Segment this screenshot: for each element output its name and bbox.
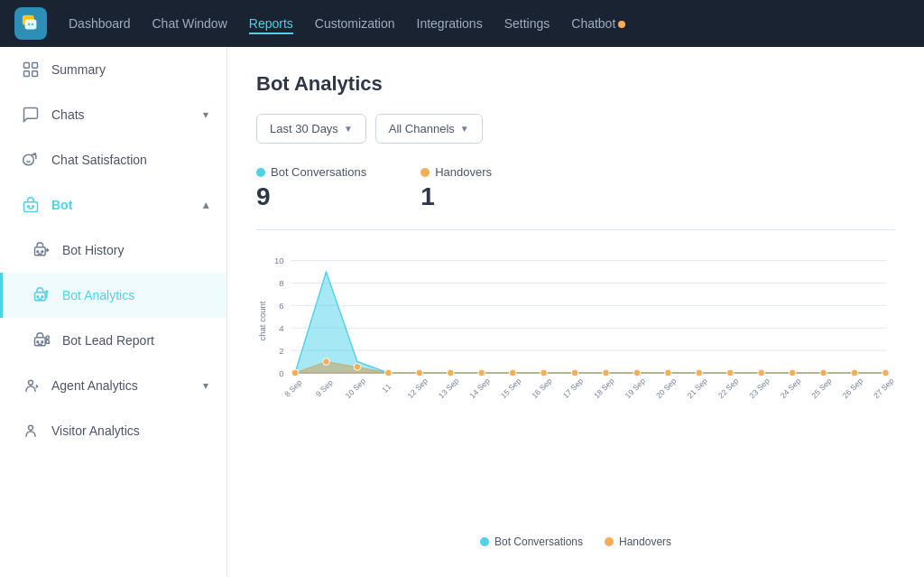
date-filter-button[interactable]: Last 30 Days ▼ [256, 114, 366, 144]
legend-handovers-label: Handovers [619, 535, 671, 548]
svg-point-50 [633, 369, 641, 377]
legend-conversations-label: Bot Conversations [494, 535, 583, 548]
chevron-down-icon-agent: ▾ [203, 379, 208, 392]
svg-point-16 [37, 296, 39, 298]
sidebar-item-summary[interactable]: Summary [0, 47, 226, 92]
svg-rect-7 [32, 71, 38, 77]
svg-point-58 [882, 369, 890, 377]
chats-icon [21, 105, 41, 125]
sidebar-label-satisfaction: Chat Satisfaction [51, 153, 147, 167]
svg-point-55 [789, 369, 796, 377]
stat-conversations-label: Bot Conversations [256, 165, 366, 179]
svg-text:27 Sep: 27 Sep [872, 377, 895, 401]
svg-point-46 [509, 369, 516, 377]
svg-point-19 [37, 341, 39, 343]
nav-chatbot[interactable]: Chatbot [571, 13, 625, 34]
nav-chat-window[interactable]: Chat Window [152, 13, 227, 34]
svg-point-51 [665, 369, 672, 377]
svg-text:16 Sep: 16 Sep [530, 377, 554, 401]
svg-text:22 Sep: 22 Sep [716, 377, 741, 401]
svg-point-10 [28, 206, 30, 208]
svg-text:4: 4 [279, 323, 284, 333]
chevron-down-icon: ▾ [203, 108, 208, 121]
svg-point-13 [37, 251, 39, 253]
nav-integrations[interactable]: Integrations [417, 13, 483, 34]
svg-point-14 [42, 251, 43, 253]
svg-text:19 Sep: 19 Sep [624, 377, 648, 401]
sidebar-label-bot-analytics: Bot Analytics [62, 288, 134, 302]
sidebar-label-bot-history: Bot History [62, 243, 124, 257]
svg-rect-1 [25, 19, 37, 29]
sidebar-label-summary: Summary [51, 62, 106, 77]
svg-text:10 Sep: 10 Sep [344, 377, 368, 401]
conversations-dot [256, 168, 265, 177]
sidebar-label-bot-lead: Bot Lead Report [62, 333, 154, 348]
svg-point-41 [354, 363, 361, 370]
svg-text:12 Sep: 12 Sep [406, 377, 430, 401]
svg-text:2: 2 [279, 346, 283, 356]
svg-point-44 [447, 369, 454, 377]
svg-point-2 [28, 23, 31, 26]
sidebar-item-bot-history[interactable]: Bot History [0, 228, 226, 273]
legend-handovers: Handovers [605, 535, 671, 548]
svg-point-23 [29, 425, 33, 430]
svg-rect-6 [24, 71, 30, 77]
svg-point-48 [571, 369, 578, 377]
sidebar-item-chat-satisfaction[interactable]: Chat Satisfaction [0, 137, 226, 182]
channel-filter-arrow: ▼ [460, 124, 469, 134]
nav-dashboard[interactable]: Dashboard [69, 13, 131, 34]
svg-point-39 [291, 369, 299, 377]
legend-conversations-dot [480, 537, 489, 546]
stat-handovers-label: Handovers [420, 165, 492, 179]
bot-analytics-icon [32, 285, 51, 305]
sidebar-label-chats: Chats [51, 107, 85, 122]
svg-text:9 Sep: 9 Sep [314, 377, 335, 398]
stat-handovers-value: 1 [420, 182, 492, 211]
top-navigation: Dashboard Chat Window Reports Customizat… [0, 0, 924, 47]
legend-handovers-dot [605, 537, 614, 546]
nav-reports[interactable]: Reports [249, 13, 293, 34]
channel-filter-button[interactable]: All Channels ▼ [375, 114, 483, 144]
svg-rect-5 [32, 63, 38, 69]
sidebar: Summary Chats ▾ Chat Satisfaction Bot ▴ [0, 47, 227, 577]
svg-point-49 [603, 369, 610, 377]
svg-point-57 [851, 369, 858, 377]
svg-text:15 Sep: 15 Sep [499, 377, 523, 401]
chart-area: 10 8 6 4 2 0 chat count [256, 252, 895, 559]
main-content: Bot Analytics Last 30 Days ▼ All Channel… [227, 47, 924, 577]
svg-marker-37 [295, 272, 885, 373]
page-title: Bot Analytics [256, 72, 895, 96]
svg-text:17 Sep: 17 Sep [561, 377, 586, 401]
sidebar-label-bot: Bot [51, 198, 72, 212]
svg-point-17 [42, 296, 43, 298]
svg-point-54 [758, 369, 765, 377]
chart-svg: 10 8 6 4 2 0 chat count [256, 252, 895, 523]
visitor-icon [21, 421, 41, 441]
svg-text:0: 0 [279, 368, 283, 378]
sidebar-item-bot[interactable]: Bot ▴ [0, 182, 226, 228]
sidebar-item-bot-lead[interactable]: Bot Lead Report [0, 318, 226, 363]
svg-text:13 Sep: 13 Sep [437, 377, 461, 401]
bot-section-icon [21, 195, 41, 215]
legend-conversations: Bot Conversations [480, 535, 583, 548]
sidebar-item-bot-analytics[interactable]: Bot Analytics [0, 273, 226, 318]
svg-text:11: 11 [380, 382, 393, 395]
svg-rect-4 [24, 63, 30, 69]
svg-point-56 [820, 369, 827, 377]
svg-point-43 [416, 369, 423, 377]
svg-text:10: 10 [274, 256, 284, 265]
stats-row: Bot Conversations 9 Handovers 1 [256, 165, 895, 230]
nav-settings[interactable]: Settings [504, 13, 550, 34]
sidebar-item-chats[interactable]: Chats ▾ [0, 92, 226, 137]
nav-customization[interactable]: Customization [315, 13, 395, 34]
filter-bar: Last 30 Days ▼ All Channels ▼ [256, 114, 895, 144]
sidebar-item-agent-analytics[interactable]: Agent Analytics ▾ [0, 363, 226, 408]
svg-point-40 [323, 358, 330, 366]
svg-text:18 Sep: 18 Sep [592, 377, 616, 401]
sidebar-label-agent-analytics: Agent Analytics [51, 378, 138, 393]
date-filter-arrow: ▼ [344, 124, 353, 134]
sidebar-item-visitor-analytics[interactable]: Visitor Analytics [0, 408, 226, 453]
svg-rect-9 [24, 202, 38, 212]
svg-point-22 [29, 380, 33, 385]
bot-lead-icon [32, 330, 51, 350]
